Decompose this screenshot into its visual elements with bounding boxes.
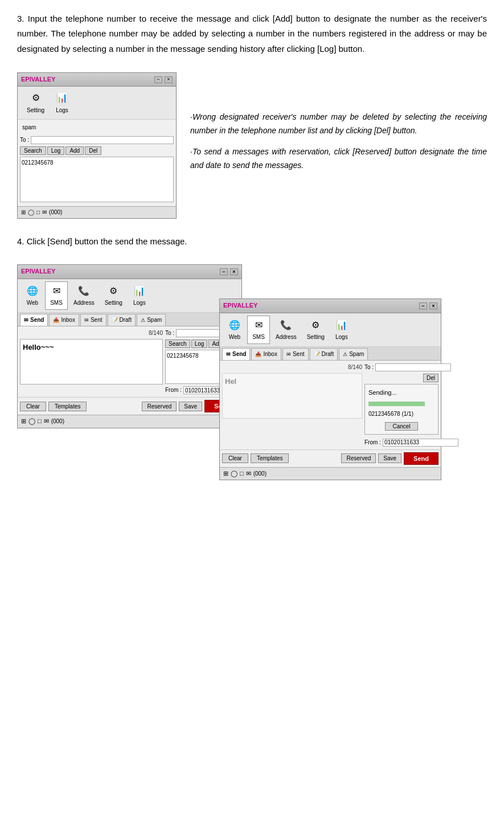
win1-tb-setting-label: Setting: [105, 298, 122, 308]
win2-tb-web[interactable]: 🌐 Web: [223, 316, 246, 344]
win2-templates-button[interactable]: Templates: [251, 453, 289, 463]
win2-close[interactable]: ×: [429, 302, 437, 309]
small-win-close[interactable]: ×: [165, 76, 173, 83]
win2-tb-address[interactable]: 📞 Address: [271, 316, 301, 344]
win2-tb-logs[interactable]: 📊 Logs: [330, 316, 353, 344]
section-para2: 4. Click [Send] button the send the mess…: [17, 235, 487, 248]
win2-tab-send[interactable]: ✉ Send: [222, 348, 250, 360]
win2-toolbar: 🌐 Web ✉ SMS 📞 Address ⚙ Setting 📊 L: [220, 313, 441, 347]
win1-search-button[interactable]: Search: [165, 339, 190, 348]
win2-send-tab-icon: ✉: [226, 350, 231, 358]
win2-web-icon: 🌐: [229, 318, 240, 333]
win2-save-button[interactable]: Save: [378, 453, 401, 463]
win2-status-mail: ✉: [246, 469, 251, 479]
draft-tab-icon: 📝: [112, 316, 118, 324]
win2-compose-area: 8/140 Hel To : Del Sending...: [220, 361, 441, 449]
win1-tb-sms[interactable]: ✉ SMS: [45, 281, 68, 310]
small-to-label: To :: [20, 136, 29, 145]
win2-tb-logs-label: Logs: [335, 333, 348, 342]
status-icon-mail: ✉: [42, 208, 47, 217]
tab-spam[interactable]: ⚠ Spam: [137, 314, 166, 326]
small-compose-area: spam To : Search Log Add Del 0212345678: [18, 120, 176, 206]
small-del-button[interactable]: Del: [85, 146, 101, 155]
win2-send-button[interactable]: Send: [404, 452, 439, 465]
win1-compose-area: 8/140 Hello~~~ To : Search Log Add Del 0…: [18, 326, 241, 397]
win1-tb-setting[interactable]: ⚙ Setting: [100, 282, 127, 310]
tab-send-label: Send: [30, 316, 44, 325]
win1-controls[interactable]: − ×: [220, 268, 238, 275]
small-log-button[interactable]: Log: [47, 146, 65, 155]
address-icon: 📞: [78, 284, 89, 298]
status-icon-3: □: [36, 208, 40, 217]
small-to-input[interactable]: [31, 136, 174, 144]
setting-icon: ⚙: [109, 284, 117, 298]
sent-tab-icon: ✉: [84, 316, 89, 324]
win1-status-1: ⊞: [21, 416, 26, 427]
win2-to-input[interactable]: [375, 363, 451, 371]
win2-tb-sms[interactable]: ✉ SMS: [247, 316, 270, 345]
small-to-row: To :: [20, 136, 174, 145]
win2-tb-setting[interactable]: ⚙ Setting: [302, 316, 329, 344]
win1-status-bar: ⊞ ◯ □ ✉ (000): [18, 415, 241, 428]
win1-to-label: To :: [165, 329, 174, 338]
win1-templates-button[interactable]: Templates: [48, 402, 87, 411]
tab-spam-label: Spam: [147, 316, 162, 325]
small-win-titlebar: EPIVALLEY − ×: [18, 73, 176, 87]
win1-tb-web-label: Web: [27, 298, 38, 308]
win1-tb-address[interactable]: 📞 Address: [69, 282, 99, 310]
win1-status-count: (000): [51, 417, 64, 426]
win2-compose-bottom: Clear Templates Reserved Save Send: [220, 449, 441, 467]
win2-from-input[interactable]: [383, 439, 458, 447]
spam-label: spam: [20, 122, 174, 133]
win1-msg-textarea[interactable]: Hello~~~: [20, 339, 163, 384]
inbox-tab-icon: 📥: [53, 316, 59, 324]
tab-sent-label: Sent: [91, 316, 103, 325]
win2-address-icon: 📞: [280, 318, 292, 333]
small-toolbar-setting[interactable]: ⚙ Setting: [21, 89, 50, 117]
win2-status-bar: ⊞ ◯ □ ✉ (000): [220, 467, 441, 480]
small-win-controls[interactable]: − ×: [154, 76, 173, 83]
win2-tab-spam[interactable]: ⚠ Spam: [339, 348, 368, 360]
win1-save-button[interactable]: Save: [179, 402, 202, 411]
win2-reserved-button[interactable]: Reserved: [341, 453, 376, 463]
tab-inbox[interactable]: 📥 Inbox: [49, 314, 79, 326]
section-para1: 3. Input the telephone number to receive…: [17, 11, 487, 56]
win2-tab-inbox[interactable]: 📥 Inbox: [251, 348, 281, 360]
win2-cancel-button[interactable]: Cancel: [385, 422, 417, 431]
win1-clear-button[interactable]: Clear: [20, 402, 46, 411]
win1-log-button[interactable]: Log: [191, 339, 208, 348]
win1-status-mail: ✉: [44, 416, 49, 427]
win2-tab-draft[interactable]: 📝 Draft: [310, 348, 338, 360]
win2: EPIVALLEY − × 🌐 Web ✉ SMS 📞 Address: [219, 298, 441, 480]
win2-minimize[interactable]: −: [419, 302, 427, 309]
win2-status-count: (000): [253, 469, 267, 478]
win2-del-button[interactable]: Del: [423, 374, 439, 382]
tab-send[interactable]: ✉ Send: [20, 314, 48, 326]
tab-sent[interactable]: ✉ Sent: [80, 314, 106, 326]
win1-reserved-button[interactable]: Reserved: [142, 402, 177, 411]
small-toolbar-logs[interactable]: 📊 Logs: [50, 89, 74, 117]
win1-status-3: □: [38, 416, 42, 427]
win1-tb-logs[interactable]: 📊 Logs: [128, 282, 151, 310]
screenshot-small: EPIVALLEY − × ⚙ Setting 📊 Logs spam: [17, 72, 177, 219]
small-search-button[interactable]: Search: [20, 146, 46, 155]
win1-status-2: ◯: [28, 416, 35, 427]
win2-controls[interactable]: − ×: [419, 302, 437, 309]
sending-panel: Sending... 0212345678 (1/1) Cancel: [364, 384, 439, 435]
small-win-minimize[interactable]: −: [154, 76, 162, 83]
small-number-list[interactable]: 0212345678: [20, 157, 174, 202]
small-add-button[interactable]: Add: [65, 146, 84, 155]
gear-icon: ⚙: [32, 91, 40, 105]
win2-to-label: To :: [364, 363, 374, 372]
win2-btn-row: Del: [364, 374, 439, 382]
win2-msg-textarea[interactable]: Hel: [222, 373, 362, 419]
win2-tb-sms-label: SMS: [252, 333, 265, 342]
win2-inbox-tab-icon: 📥: [255, 350, 261, 358]
win2-tab-sent[interactable]: ✉ Sent: [282, 348, 309, 360]
win2-clear-button[interactable]: Clear: [222, 453, 248, 463]
tab-draft[interactable]: 📝 Draft: [108, 314, 136, 326]
para1-text: 3. Input the telephone number to receive…: [17, 11, 487, 56]
win1-minimize[interactable]: −: [220, 268, 228, 275]
win1-tb-web[interactable]: 🌐 Web: [21, 282, 44, 310]
win1-close[interactable]: ×: [230, 268, 238, 275]
